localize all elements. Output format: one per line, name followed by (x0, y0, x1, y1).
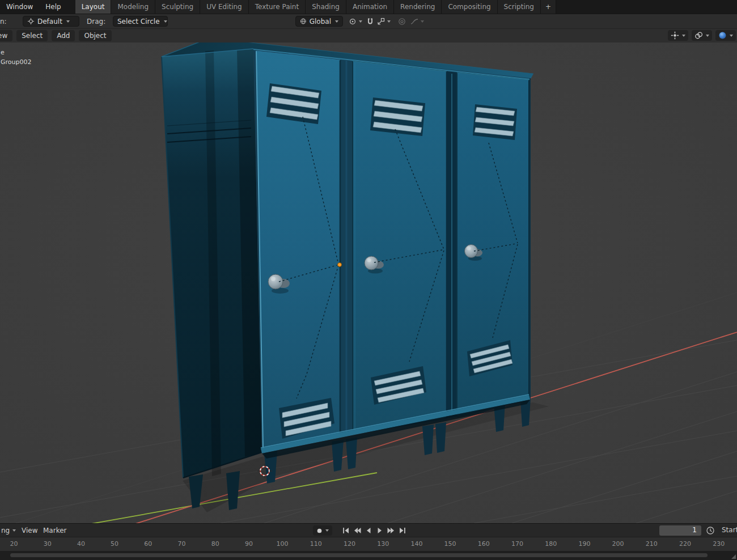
chevron-down-icon (359, 20, 362, 23)
vent-top-right (473, 104, 517, 140)
ruler-tick: 200 (612, 540, 624, 548)
ruler-tick: 90 (245, 540, 253, 548)
chevron-down-icon (387, 20, 391, 23)
snap-toggle[interactable] (365, 16, 375, 27)
viewport-header: ew Select Add Object (0, 28, 737, 43)
resize-grip[interactable] (731, 554, 736, 559)
locker-door-right (457, 73, 529, 417)
tab-scripting[interactable]: Scripting (498, 0, 541, 14)
timeline-header: ng View Marker (0, 523, 737, 537)
snap-target-dropdown[interactable] (375, 16, 393, 27)
tab-sculpting[interactable]: Sculpting (155, 0, 200, 14)
timeline-scrollbar[interactable] (0, 551, 737, 560)
ruler-tick: 110 (310, 540, 322, 548)
viewport-info-line1: e (1, 48, 31, 57)
ruler-tick: 20 (10, 540, 18, 548)
falloff-curve-icon (410, 18, 418, 26)
globe-icon (300, 18, 307, 25)
ruler-tick: 220 (679, 540, 691, 548)
tab-compositing[interactable]: Compositing (442, 0, 497, 14)
auto-keying-button[interactable] (313, 525, 332, 536)
chevron-down-icon (325, 529, 329, 532)
chevron-down-icon (421, 20, 424, 23)
jump-to-start-button[interactable] (341, 525, 351, 536)
drag-mode-dropdown[interactable]: Select Circle (113, 16, 168, 27)
orientation-dropdown[interactable]: Default (23, 16, 79, 27)
ruler-tick: 230 (713, 540, 725, 548)
scrollbar-handle[interactable] (10, 553, 708, 557)
viewport-canvas[interactable] (0, 43, 737, 523)
previous-keyframe-button[interactable] (352, 525, 362, 536)
ruler-tick: 150 (444, 540, 456, 548)
gizmos-dropdown[interactable] (668, 30, 688, 41)
menu-window[interactable]: Window (0, 0, 39, 14)
tab-shading[interactable]: Shading (306, 0, 346, 14)
vent-top-middle (370, 97, 425, 136)
ruler-tick: 60 (144, 540, 152, 548)
falloff-dropdown[interactable] (408, 16, 426, 27)
timeline-menu-view[interactable]: View (22, 527, 37, 534)
tab-rendering[interactable]: Rendering (394, 0, 442, 14)
chevron-down-icon (12, 529, 16, 532)
chevron-down-icon (66, 20, 70, 23)
workspace-tabs: Layout Modeling Sculpting UV Editing Tex… (75, 0, 556, 14)
locker-door-left (256, 51, 340, 449)
topbar: Window Help Layout Modeling Sculpting UV… (0, 0, 737, 14)
transform-orientation-value: Global (310, 18, 331, 26)
overlays-dropdown[interactable] (692, 30, 712, 41)
current-frame-field[interactable]: 1 (659, 525, 701, 536)
drag-label: Drag: (87, 18, 105, 26)
start-frame-field[interactable]: Start (718, 525, 737, 536)
menu-object[interactable]: Object (79, 30, 111, 41)
ruler-tick: 30 (44, 540, 52, 548)
ruler-tick: 190 (578, 540, 590, 548)
menu-add[interactable]: Add (52, 30, 75, 41)
chevron-down-icon (730, 35, 733, 37)
menu-view-cut[interactable]: ew (0, 30, 12, 41)
next-keyframe-button[interactable] (386, 525, 396, 536)
play-button[interactable] (375, 525, 385, 536)
chevron-down-icon (164, 20, 167, 23)
ruler-tick: 170 (511, 540, 523, 548)
chevron-down-icon (335, 20, 338, 23)
menu-help[interactable]: Help (39, 0, 67, 14)
pivot-point-dropdown[interactable] (346, 16, 365, 27)
ruler-tick: 130 (377, 540, 389, 548)
tab-uv-editing[interactable]: UV Editing (200, 0, 249, 14)
playback-controls (341, 525, 408, 536)
viewport-shading-dropdown[interactable] (715, 30, 736, 41)
viewport-3d[interactable]: e Group002 (0, 43, 737, 523)
timeline-editor: ng View Marker (0, 523, 737, 560)
timeline-menu-marker[interactable]: Marker (43, 527, 66, 534)
ruler-tick: 140 (410, 540, 422, 548)
overlays-icon (694, 31, 703, 40)
menu-select[interactable]: Select (16, 30, 48, 41)
timeline-ruler[interactable]: 20 30 40 50 60 70 80 90 100 110 120 130 … (0, 537, 737, 551)
snap-target-icon (377, 18, 385, 26)
proportional-editing-icon (398, 18, 406, 26)
door-gap-2 (447, 71, 457, 418)
play-reverse-button[interactable] (363, 525, 374, 536)
jump-to-end-button[interactable] (397, 525, 408, 536)
ruler-tick: 180 (545, 540, 557, 548)
object-origin-dot (338, 263, 342, 267)
ruler-tick: 40 (77, 540, 85, 548)
tab-modeling[interactable]: Modeling (111, 0, 155, 14)
transform-orientation-dropdown[interactable]: Global (295, 16, 343, 27)
viewport-info-line2: Group002 (1, 57, 31, 67)
clock-icon (706, 526, 715, 535)
shading-sphere-icon (718, 31, 727, 40)
tab-texture-paint[interactable]: Texture Paint (249, 0, 306, 14)
proportional-editing-toggle[interactable] (397, 16, 407, 27)
tab-animation[interactable]: Animation (346, 0, 394, 14)
drag-mode-value: Select Circle (117, 18, 160, 26)
ruler-tick: 210 (646, 540, 658, 548)
timeline-menu-cut[interactable]: ng (1, 527, 16, 534)
orientation-icon (27, 18, 35, 25)
locker-door-middle (353, 61, 447, 434)
add-workspace-button[interactable]: + (541, 0, 556, 14)
ruler-tick: 50 (111, 540, 118, 548)
tab-layout[interactable]: Layout (75, 0, 112, 14)
ruler-tick: 100 (277, 540, 289, 548)
ruler-tick: 80 (211, 540, 219, 548)
